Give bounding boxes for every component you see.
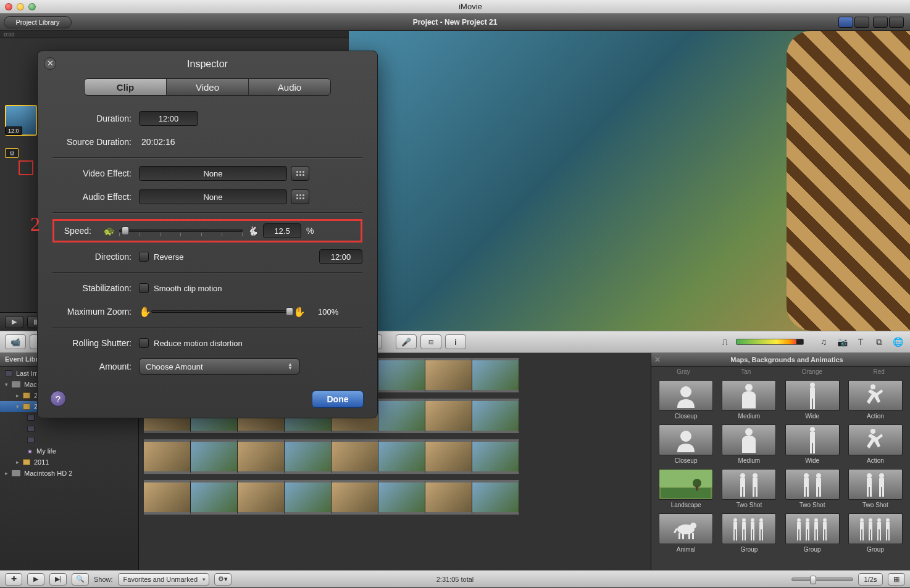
svg-point-42 (690, 523, 696, 529)
animatic-cell[interactable]: Closeup (657, 380, 714, 420)
svg-rect-45 (688, 533, 690, 539)
photo-browser-button[interactable]: 📷 (835, 335, 849, 349)
color-tab[interactable]: Tan (741, 368, 751, 375)
animatic-cell[interactable]: Group (784, 513, 841, 553)
svg-rect-36 (870, 487, 872, 497)
animatic-cell[interactable]: Landscape (657, 469, 714, 508)
animatic-cell[interactable]: Medium (720, 424, 777, 464)
animatic-cell[interactable]: Group (847, 513, 904, 553)
event-tree-item[interactable]: ▸2011 (0, 457, 138, 468)
svg-point-6 (870, 384, 875, 389)
animatic-label: Group (740, 546, 758, 553)
video-effect-field[interactable]: None (139, 166, 287, 181)
clip-gear-icon[interactable]: ⚙ (5, 148, 19, 158)
import-camera-button[interactable]: 📹 (5, 334, 26, 349)
animatic-cell[interactable]: Two Shot (784, 469, 841, 508)
color-tab[interactable]: Orange (802, 368, 822, 375)
tab-video[interactable]: Video (167, 79, 249, 95)
event-tree-item[interactable]: ★My life (0, 445, 138, 457)
tab-audio[interactable]: Audio (249, 79, 330, 95)
svg-rect-43 (678, 533, 680, 539)
event-tree-item[interactable] (0, 423, 138, 434)
preview-content-placeholder (787, 31, 910, 331)
svg-rect-89 (877, 522, 881, 529)
animatic-cell[interactable]: Action (847, 380, 904, 420)
reverse-checkbox[interactable] (139, 252, 149, 262)
svg-rect-79 (825, 529, 827, 540)
help-button[interactable]: ? (50, 391, 66, 407)
window-zoom-button[interactable] (28, 3, 36, 10)
panel-close-button[interactable]: ✕ (651, 355, 664, 364)
window-minimize-button[interactable] (17, 3, 24, 10)
svg-point-88 (877, 518, 881, 522)
smooth-clip-checkbox[interactable] (139, 283, 149, 293)
svg-point-64 (797, 518, 801, 522)
svg-point-1 (745, 384, 753, 391)
thumbnail-size-slider[interactable] (791, 578, 853, 581)
duration-field[interactable]: 12:00 (139, 111, 198, 126)
transition-browser-button[interactable]: ⧉ (872, 335, 887, 349)
event-tree-item[interactable] (0, 434, 138, 445)
total-duration: 2:31:05 total (436, 576, 474, 583)
project-play-button[interactable]: ▶ (5, 316, 23, 328)
play-event-button[interactable]: ▶ (27, 573, 44, 586)
maps-browser-button[interactable]: 🌐 (890, 335, 905, 349)
animatic-cell[interactable]: Action (847, 424, 904, 464)
speed-slider[interactable] (119, 225, 243, 236)
video-effect-grid-button[interactable] (291, 166, 309, 181)
animatic-label: Group (867, 546, 884, 553)
svg-rect-67 (799, 529, 801, 540)
title-browser-button[interactable]: T (853, 335, 868, 349)
music-browser-button[interactable]: ♫ (816, 335, 831, 349)
show-label: Show: (94, 576, 113, 583)
thumbnail-toggle-button[interactable]: ▦ (888, 573, 905, 586)
window-close-button[interactable] (5, 3, 12, 10)
speed-value-field[interactable]: 12.5 (263, 223, 301, 238)
animatic-cell[interactable]: Animal (657, 513, 714, 553)
rolling-shutter-checkbox[interactable] (139, 338, 149, 348)
color-tab[interactable]: Red (873, 368, 884, 375)
rolling-shutter-checkbox-label: Reduce motion distortion (154, 339, 243, 348)
hand-icon-right: ✋ (293, 306, 306, 318)
play-fullscreen-button[interactable]: ▶| (49, 573, 67, 586)
action-menu-button[interactable]: ⚙▾ (214, 573, 232, 586)
animatic-cell[interactable]: Medium (720, 380, 777, 420)
done-button[interactable]: Done (312, 391, 364, 408)
tab-clip[interactable]: Clip (85, 79, 167, 95)
inspector-close-button[interactable]: ✕ (44, 57, 56, 70)
animatic-cell[interactable]: Two Shot (847, 469, 904, 508)
audio-effect-grid-button[interactable] (291, 189, 309, 204)
view-segmented[interactable] (838, 17, 869, 28)
search-button[interactable]: 🔍 (72, 573, 89, 586)
project-library-button[interactable]: Project Library (4, 16, 72, 28)
animatic-cell[interactable]: Wide (784, 424, 841, 464)
animatic-cell[interactable]: Wide (784, 380, 841, 420)
voiceover-button[interactable]: 🎤 (396, 334, 417, 349)
show-filter-select[interactable]: Favorites and Unmarked (118, 573, 209, 586)
amount-select[interactable]: Choose Amount ▲▼ (139, 358, 299, 375)
svg-rect-78 (823, 529, 824, 540)
animatic-cell[interactable]: Two Shot (720, 469, 777, 508)
direction-time-field[interactable]: 12:00 (319, 249, 362, 264)
inspector-title: Inspector (38, 51, 377, 70)
animatic-cell[interactable]: Closeup (657, 424, 714, 464)
info-button[interactable]: i (445, 334, 466, 349)
svg-rect-5 (813, 399, 815, 409)
svg-rect-77 (823, 522, 827, 529)
audio-effect-field[interactable]: None (139, 189, 287, 204)
animatic-cell[interactable]: Group (720, 513, 777, 553)
animatic-label: Two Shot (799, 502, 825, 508)
event-tree-item[interactable]: ▸Macintosh HD 2 (0, 468, 138, 479)
svg-rect-74 (814, 529, 816, 540)
crop-button[interactable]: ⧈ (420, 334, 441, 349)
svg-point-52 (742, 518, 746, 522)
new-project-button[interactable]: ✚ (5, 573, 22, 586)
video-effect-label: Video Effect: (52, 168, 139, 178)
view-segmented-2[interactable] (873, 17, 904, 28)
frame-duration-button[interactable]: 1/2s (858, 573, 883, 586)
color-tab[interactable]: Gray (677, 368, 690, 375)
max-zoom-slider[interactable] (151, 307, 293, 317)
svg-point-33 (867, 473, 872, 478)
project-title: Project - New Project 21 (0, 18, 910, 27)
audio-fx-icon[interactable]: ⎍ (717, 335, 732, 349)
